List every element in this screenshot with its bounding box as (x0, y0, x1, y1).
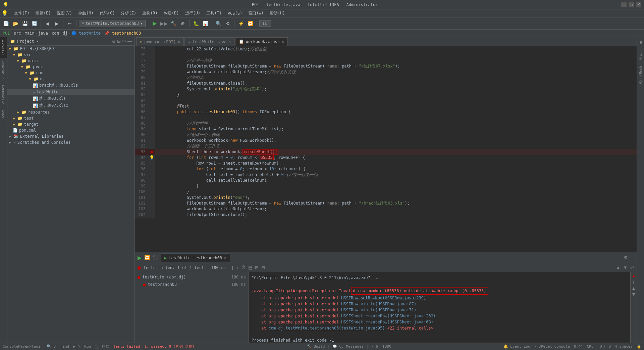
expand-all-button[interactable]: ⊞ (255, 265, 259, 270)
jrebel-button2[interactable]: 🔁 (246, 19, 254, 28)
status-messages[interactable]: 💬 0: Messages (332, 344, 364, 349)
settings-tree-button[interactable]: ⚙ (122, 39, 126, 44)
hide-tree-button[interactable]: — (127, 39, 132, 44)
sort-duration-button[interactable]: ⏱ (241, 265, 246, 270)
breadcrumb-java[interactable]: java (38, 31, 48, 36)
run-tree-item-testwrite[interactable]: ● testWrite (com.dj) 180 ms (135, 273, 249, 281)
breadcrumb-testbranch[interactable]: 📌 testbranch03 (104, 31, 141, 36)
link-HSSFRow-init-87[interactable]: HSSFRow.<init>(HSSFRow.java:87) (341, 302, 416, 306)
output-action-3[interactable]: ▲ (631, 286, 636, 291)
rerun-button[interactable]: 🔁 (144, 255, 150, 260)
status-lineending[interactable]: CRLF (587, 344, 596, 349)
link-HSSFSheet-232[interactable]: HSSFSheet.createRow(HSSFSheet.java:232) (341, 314, 436, 318)
vtab-jrebel[interactable]: JRebel (0, 107, 7, 124)
vtab-project[interactable]: 1: Project (0, 37, 7, 58)
tree-item-brach[interactable]: 📊 brach统计表03.xls (7, 82, 135, 89)
tree-item-ext-libs[interactable]: ▶ 📚 External Libraries (7, 133, 135, 139)
right-vtab-m[interactable]: m (638, 38, 644, 47)
status-build[interactable]: 🔨 Build (307, 344, 325, 349)
maximize-button[interactable]: □ (629, 2, 634, 7)
down-button[interactable]: ▼ (623, 265, 628, 270)
tree-item-stats07[interactable]: 📊 统计表07.xlsx (7, 102, 135, 109)
tree-item-pomxml[interactable]: 📄 pom.xml (7, 127, 135, 133)
tab-workbook[interactable]: 📋 Workbook.class × (235, 37, 288, 46)
save-button[interactable]: 💾 (21, 19, 29, 28)
output-action-4[interactable]: ▼ (631, 292, 636, 297)
coverage-button[interactable]: 📊 (201, 19, 209, 28)
link-HSSFRow-init-71[interactable]: HSSFRow.<init>(HSSFRow.java:71) (341, 308, 416, 312)
menu-run[interactable]: 运行(U) (182, 10, 203, 17)
link-HSSFRow-239[interactable]: HSSFRow.setRowNum(HSSFRow.java:239) (341, 296, 426, 300)
menu-navigate[interactable]: 导航(N) (75, 10, 96, 17)
run-tree-item-testbranch03[interactable]: ● testbranch03 180 ms (135, 281, 249, 288)
tree-item-stats03[interactable]: 📊 统计表03.xls (7, 95, 135, 102)
tree-item-com[interactable]: ▼ 📁 com (7, 70, 135, 76)
bottom-tab-run[interactable]: ▶ testWrite.testbranch03 × (161, 254, 230, 262)
close-button[interactable]: ✕ (636, 2, 641, 7)
status-indent[interactable]: 4 spaces (615, 344, 633, 349)
right-vtab-wordbook[interactable]: Word Book (638, 63, 644, 87)
status-eventlog[interactable]: 🔔 Event Log (503, 344, 530, 349)
status-consolemaven[interactable]: ConsoleMavenPlugin (3, 344, 43, 349)
link-HSSFSheet-68[interactable]: HSSFSheet.createRow(HSSFSheet.java:68) (341, 320, 433, 324)
refresh-button[interactable]: ↩ (66, 19, 74, 28)
breadcrumb-main[interactable]: main (25, 31, 35, 36)
vtab-favorites[interactable]: 2: Favorites (0, 82, 7, 107)
right-vtab-maven[interactable]: Maven (638, 47, 644, 63)
tree-item-testwrite[interactable]: ☕ testWrite (7, 89, 135, 95)
minimize-button[interactable]: — (621, 2, 627, 7)
status-todo[interactable]: ✓ 6: TODO (371, 344, 391, 349)
menu-refactor[interactable]: 重构(R) (140, 10, 160, 17)
status-jrebel[interactable]: ⚡ JRebel Console (534, 344, 570, 349)
run-output[interactable]: "C:\Program Files\Java\jdk1.8.0_211\bin\… (249, 272, 630, 343)
menu-tools[interactable]: 工具(T) (204, 10, 224, 17)
menu-view[interactable]: 视图(V) (54, 10, 75, 17)
tab-pomxml[interactable]: m pom.xml (POI) × (136, 37, 184, 46)
back-button[interactable]: ◀ (43, 19, 51, 28)
more-button[interactable]: ⊕ (179, 19, 187, 28)
tab-close-pom[interactable]: × (178, 40, 180, 44)
tree-item-src[interactable]: ▼ 📁 src (7, 52, 135, 58)
menu-build[interactable]: 构建(B) (161, 10, 182, 17)
menu-help[interactable]: 帮助(H) (267, 10, 288, 17)
status-run[interactable]: ▶ 4: Run (73, 344, 91, 349)
collapse-button[interactable]: ⊟ (117, 39, 121, 44)
minimize-panel-button[interactable]: — (629, 255, 634, 260)
menu-edit[interactable]: 编辑(E) (33, 10, 54, 17)
tree-item-resources[interactable]: ▶ 📁 resources (7, 109, 135, 115)
run-button[interactable]: ▶ (151, 19, 159, 28)
link-testwrite-95[interactable]: com.dj.testWrite.testbranch03(testWrite.… (269, 326, 385, 331)
tab-close-workbook[interactable]: × (282, 40, 284, 44)
breadcrumb-com[interactable]: com (52, 31, 59, 36)
tree-item-target[interactable]: ▶ 📁 target (7, 121, 135, 127)
breadcrumb-poi[interactable]: POI (3, 31, 10, 36)
output-action-1[interactable]: ● (631, 273, 636, 279)
up-button[interactable]: ▲ (616, 265, 621, 270)
tree-item-poi[interactable]: ▼ 📁 POI H:\CSDN\POI (7, 46, 135, 52)
dropdown-icon[interactable]: ▾ (36, 39, 39, 44)
jrebel-button1[interactable]: ⚡ (237, 19, 245, 28)
search-button[interactable]: 🔍 (214, 19, 222, 28)
breadcrumb-dj[interactable]: dj (63, 31, 67, 36)
resume-button[interactable]: ▶▶ (160, 19, 168, 28)
branch-selector[interactable]: ⑂ testWrite.testbranch03 ▾ (79, 20, 146, 27)
settings-button[interactable]: ⚙ (224, 19, 232, 28)
vtab-structure[interactable]: 2: Structure (0, 58, 7, 82)
breadcrumb-testwrite[interactable]: 🔵 testWrite (71, 31, 101, 36)
sync-button[interactable]: 🔄 (30, 19, 38, 28)
menu-file[interactable]: 文件(F) (11, 10, 32, 17)
tail-button[interactable]: Tail (259, 20, 271, 27)
settings-run-button[interactable]: ⚙ (624, 255, 628, 260)
run-tab-close[interactable]: × (224, 256, 226, 260)
menu-vcs[interactable]: VCS(S) (225, 10, 245, 16)
tree-item-java[interactable]: ▼ 📁 java (7, 64, 135, 70)
collapse-all-button[interactable]: ⊟ (261, 265, 265, 270)
forward-button[interactable]: ▶ (53, 19, 61, 28)
tree-item-scratches[interactable]: ▶ ✏ Scratches and Consoles (7, 139, 135, 145)
tab-testwrite[interactable]: ☕ testWrite.java × (184, 37, 234, 46)
status-encoding[interactable]: UTF-8 (600, 344, 611, 349)
breadcrumb-src[interactable]: src (14, 31, 21, 36)
locate-button[interactable]: ⊕ (112, 39, 116, 44)
menu-window[interactable]: 窗口(W) (246, 10, 266, 17)
code-editor[interactable]: 75 cell22.setCellValue(time);//设置值 76 77… (135, 46, 637, 252)
